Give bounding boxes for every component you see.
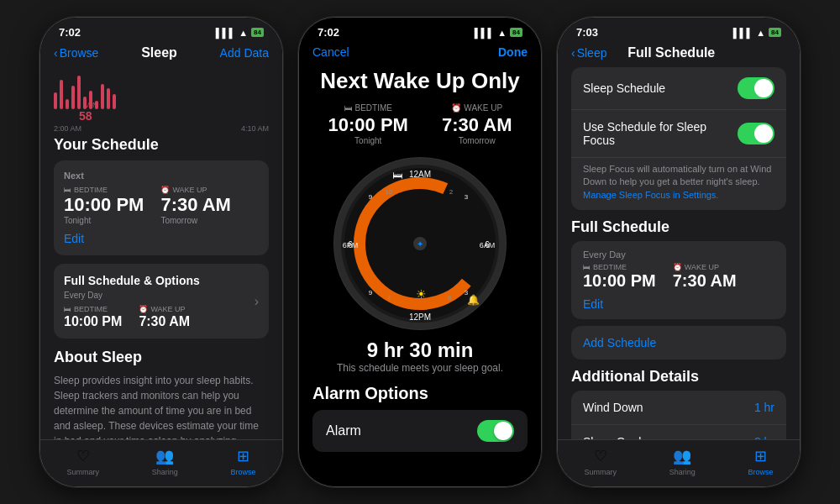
p2-duration: 9 hr 30 min xyxy=(299,339,541,362)
battery-3: 84 xyxy=(769,28,781,37)
sleep-schedule-row[interactable]: Sleep Schedule xyxy=(571,67,786,110)
chart-bar xyxy=(107,88,110,109)
add-schedule-button[interactable]: Add Schedule xyxy=(571,326,786,360)
svg-text:☀: ☀ xyxy=(416,287,427,301)
svg-text:4: 4 xyxy=(387,294,391,302)
sleep-schedule-label: Sleep Schedule xyxy=(583,81,665,95)
tab-bar-3: ♡ Summary 👥 Sharing ⊞ Browse xyxy=(558,439,800,486)
alarm-icon: ⏰ xyxy=(160,186,170,194)
done-button[interactable]: Done xyxy=(498,45,528,59)
svg-text:9: 9 xyxy=(369,289,373,297)
bedtime-block-3: 🛏 BEDTIME 10:00 PM xyxy=(583,263,656,291)
status-bar-3: 7:03 ▌▌▌ ▲ 84 xyxy=(558,18,800,42)
page-title-1: Sleep xyxy=(141,45,177,60)
svg-text:3: 3 xyxy=(465,193,469,201)
bedtime-3: 10:00 PM xyxy=(583,271,656,291)
sharing-icon-3: 👥 xyxy=(673,447,691,465)
chart-bar xyxy=(71,86,75,109)
edit-link-1[interactable]: Edit xyxy=(64,232,259,245)
heart-icon: ♡ xyxy=(76,447,90,465)
wind-down-row[interactable]: Wind Down 1 hr xyxy=(571,391,786,425)
svg-text:🔔: 🔔 xyxy=(467,293,480,306)
wakeup-block-3: ⏰ WAKE UP 7:30 AM xyxy=(673,263,737,291)
bedtime-value-1: 10:00 PM xyxy=(64,196,144,214)
status-time-2: 7:02 xyxy=(318,26,339,39)
alarm-options-header: Alarm Options xyxy=(299,384,541,410)
status-time-3: 7:03 xyxy=(576,26,598,39)
phone-1: 7:02 ▌▌▌ ▲ 84 ‹ Browse Sleep Add Data xyxy=(39,17,283,487)
svg-text:6AM: 6AM xyxy=(480,241,496,249)
sleep-focus-desc: Sleep Focus will automatically turn on a… xyxy=(571,158,786,210)
tab-summary-1[interactable]: ♡ Summary xyxy=(66,447,99,476)
full-wakeup: 7:30 AM xyxy=(139,315,190,328)
svg-text:🛏: 🛏 xyxy=(392,170,402,181)
add-data-button[interactable]: Add Data xyxy=(220,46,269,60)
status-icons-1: ▌▌▌ ▲ 84 xyxy=(216,28,264,38)
chart-time-start: 2:00 AM xyxy=(54,124,81,133)
p2-wakeup-type: ⏰ WAKE UP xyxy=(442,103,512,113)
bed-icon: 🛏 xyxy=(64,186,71,194)
signal-icon: ▌▌▌ xyxy=(216,28,235,38)
p2-duration-sub: This schedule meets your sleep goal. xyxy=(299,362,541,374)
full-schedule-title: Full Schedule & Options xyxy=(64,274,200,287)
full-bedtime: 10:00 PM xyxy=(64,315,122,328)
manage-sleep-link[interactable]: Manage Sleep Focus in Settings. xyxy=(583,190,718,200)
chart-bar xyxy=(54,92,57,109)
full-schedule-header-3: Full Schedule xyxy=(571,218,786,236)
status-time-1: 7:02 xyxy=(59,26,81,39)
edit-link-3[interactable]: Edit xyxy=(571,294,786,319)
tab-sharing-3[interactable]: 👥 Sharing xyxy=(669,447,696,476)
sleep-schedule-card: Sleep Schedule Use Schedule for Sleep Fo… xyxy=(571,67,786,210)
p2-bedtime-type: 🛏 BEDTIME xyxy=(328,103,408,113)
bedtime-block-1: 🛏 BEDTIME 10:00 PM Tonight xyxy=(64,186,144,225)
alarm-icon-p2: ⏰ xyxy=(451,103,461,113)
cancel-button[interactable]: Cancel xyxy=(312,45,349,59)
status-bar-2: 7:02 ▌▌▌ ▲ 84 xyxy=(299,18,541,42)
tab-browse-1[interactable]: ⊞ Browse xyxy=(231,447,256,476)
scroll-content-1: Your Schedule Next 🛏 BEDTIME 10:00 PM To… xyxy=(40,126,282,439)
sleep-goal-row[interactable]: Sleep Goal 8 hr xyxy=(571,425,786,439)
p2-wakeup-value: 7:30 AM xyxy=(442,114,512,136)
sleep-focus-toggle[interactable] xyxy=(738,123,774,144)
tab-summary-label: Summary xyxy=(66,468,99,476)
tab-summary-3[interactable]: ♡ Summary xyxy=(584,447,617,476)
p3-nav: ‹ Sleep Full Schedule xyxy=(558,42,800,67)
chart-bar xyxy=(66,99,69,109)
additional-details-card: Wind Down 1 hr Sleep Goal 8 hr Your goal… xyxy=(571,391,786,439)
wakeup-block-1: ⏰ WAKE UP 7:30 AM Tomorrow xyxy=(160,186,231,225)
chevron-left-icon-3: ‹ xyxy=(571,46,575,60)
sleep-schedule-toggle[interactable] xyxy=(738,77,774,99)
p2-nav: Cancel Done xyxy=(299,42,541,66)
wakeup-sub-1: Tomorrow xyxy=(160,216,231,225)
tab-sharing-1[interactable]: 👥 Sharing xyxy=(152,447,178,476)
browse-icon-3: ⊞ xyxy=(754,447,767,465)
battery-2: 84 xyxy=(510,28,522,37)
signal-icon-3: ▌▌▌ xyxy=(733,28,753,38)
sleep-focus-row[interactable]: Use Schedule for Sleep Focus xyxy=(571,110,786,158)
bedtime-type-1: 🛏 BEDTIME xyxy=(64,186,144,194)
tab-browse-3[interactable]: ⊞ Browse xyxy=(748,447,774,476)
chevron-left-icon: ‹ xyxy=(54,46,58,60)
wakeup-type-1: ⏰ WAKE UP xyxy=(160,186,231,194)
additional-details-header: Additional Details xyxy=(571,368,786,386)
full-schedule-every: Every Day xyxy=(64,291,200,300)
toggle-thumb-3a xyxy=(754,79,773,97)
chart-bar xyxy=(77,76,81,109)
full-schedule-row[interactable]: Full Schedule & Options Every Day 🛏 BEDT… xyxy=(54,264,269,339)
svg-text:✦: ✦ xyxy=(417,239,423,249)
bed-icon-3: 🛏 xyxy=(583,263,591,271)
browse-icon: ⊞ xyxy=(237,447,249,465)
about-sleep-header: About Sleep xyxy=(54,349,269,366)
alarm-toggle[interactable] xyxy=(477,420,514,442)
clock-container: 12AM 6 12PM 6 3 3 9 9 6PM 6AM xyxy=(299,155,541,339)
about-sleep-section: About Sleep Sleep provides insight into … xyxy=(54,349,269,439)
status-icons-2: ▌▌▌ ▲ 84 xyxy=(475,28,522,38)
p3-title: Full Schedule xyxy=(627,45,715,60)
next-schedule-card: Next 🛏 BEDTIME 10:00 PM Tonight xyxy=(54,160,269,255)
battery-1: 84 xyxy=(251,28,264,37)
clock-face[interactable]: 12AM 6 12PM 6 3 3 9 9 6PM 6AM xyxy=(332,155,508,332)
back-button-1[interactable]: ‹ Browse xyxy=(54,46,98,60)
wakeup-3: 7:30 AM xyxy=(673,271,737,291)
back-button-3[interactable]: ‹ Sleep xyxy=(571,46,606,60)
sharing-icon: 👥 xyxy=(155,447,174,465)
